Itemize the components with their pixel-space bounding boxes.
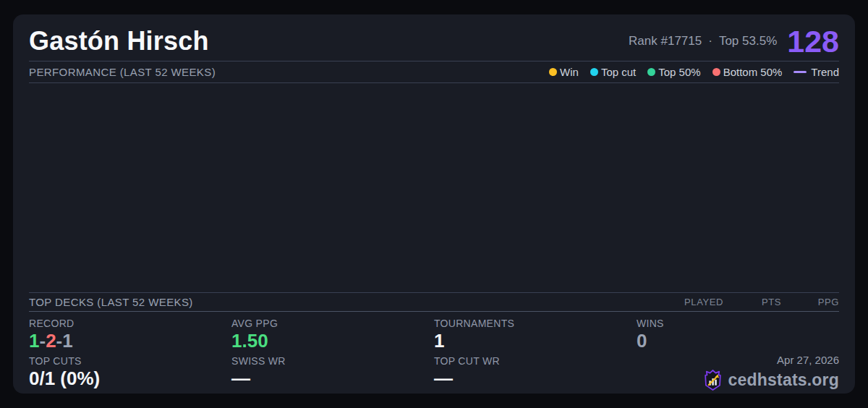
top-percent-text: Top 53.5% [719, 34, 777, 48]
legend-label: Win [560, 66, 579, 78]
trend-line-icon [793, 71, 807, 73]
brand-row: cedhstats.org [703, 369, 839, 391]
stat-label: TOP CUT WR [434, 355, 637, 367]
legend-label: Trend [811, 66, 839, 78]
performance-chart-area [29, 83, 839, 293]
footer-cell: Apr 27, 2026 cedhstats.org [637, 349, 839, 390]
legend-item-win: Win [549, 66, 579, 78]
wins-value: 0 [637, 331, 839, 352]
top-decks-header-row: TOP DECKS (LAST 52 WEEKS) PLAYED PTS PPG [29, 293, 839, 312]
stat-avg-ppg: AVG PPG 1.50 [231, 312, 434, 349]
top-decks-columns: PLAYED PTS PPG [665, 297, 839, 307]
rank-line: Rank #17715 · Top 53.5% [629, 34, 777, 48]
record-separator: - [39, 330, 46, 352]
column-header-pts: PTS [723, 297, 781, 307]
performance-header-row: PERFORMANCE (LAST 52 WEEKS) Win Top cut … [29, 61, 839, 83]
top-decks-section-title: TOP DECKS (LAST 52 WEEKS) [29, 296, 193, 308]
column-header-ppg: PPG [781, 297, 839, 307]
legend-label: Top cut [601, 66, 636, 78]
tournaments-value: 1 [434, 331, 637, 352]
stat-swiss-wr: SWISS WR — [231, 349, 434, 390]
stats-grid: RECORD 1-2-1 AVG PPG 1.50 TOURNAMENTS 1 … [29, 312, 839, 390]
stat-label: SWISS WR [231, 355, 434, 367]
stat-label: RECORD [29, 318, 231, 329]
win-dot-icon [549, 68, 557, 76]
score-value: 128 [787, 26, 839, 57]
legend-item-top-cut: Top cut [590, 66, 636, 78]
rank-separator-dot: · [708, 34, 712, 48]
legend-item-trend: Trend [793, 66, 839, 78]
stat-label: WINS [637, 318, 839, 329]
performance-section-title: PERFORMANCE (LAST 52 WEEKS) [29, 66, 216, 78]
stat-tournaments: TOURNAMENTS 1 [434, 312, 637, 349]
avg-ppg-value: 1.50 [231, 331, 434, 352]
legend-label: Top 50% [658, 66, 700, 78]
top-cuts-value: 0/1 (0%) [29, 368, 231, 389]
player-stats-card: Gastón Hirsch Rank #17715 · Top 53.5% 12… [13, 14, 855, 394]
column-header-played: PLAYED [665, 297, 723, 307]
record-value: 1-2-1 [29, 331, 231, 352]
stat-top-cut-wr: TOP CUT WR — [434, 349, 637, 390]
record-draws: 1 [62, 330, 72, 352]
snapshot-date: Apr 27, 2026 [777, 354, 839, 366]
card-header: Gastón Hirsch Rank #17715 · Top 53.5% 12… [29, 14, 839, 61]
record-separator: - [56, 330, 63, 352]
legend-item-bottom-50: Bottom 50% [712, 66, 783, 78]
chart-legend: Win Top cut Top 50% Bottom 50% Trend [549, 66, 839, 78]
stat-record: RECORD 1-2-1 [29, 312, 231, 349]
record-losses: 2 [46, 330, 56, 352]
stat-label: TOURNAMENTS [434, 318, 637, 329]
stat-top-cuts: TOP CUTS 0/1 (0%) [29, 349, 231, 390]
page-title: Gastón Hirsch [29, 26, 209, 56]
stat-label: AVG PPG [231, 318, 434, 329]
legend-label: Bottom 50% [723, 66, 783, 78]
swiss-wr-value: — [231, 368, 434, 389]
legend-item-top-50: Top 50% [647, 66, 700, 78]
cedhstats-shield-logo-icon [703, 369, 723, 391]
top-50-dot-icon [647, 68, 655, 76]
stat-wins: WINS 0 [637, 312, 839, 349]
top-cut-dot-icon [590, 68, 598, 76]
top-cut-wr-value: — [434, 368, 637, 389]
rank-text: Rank #17715 [629, 34, 702, 48]
bottom-50-dot-icon [712, 68, 720, 76]
record-wins: 1 [29, 330, 39, 352]
brand-name: cedhstats.org [728, 370, 839, 390]
rank-group: Rank #17715 · Top 53.5% 128 [629, 26, 839, 57]
stat-label: TOP CUTS [29, 355, 231, 367]
